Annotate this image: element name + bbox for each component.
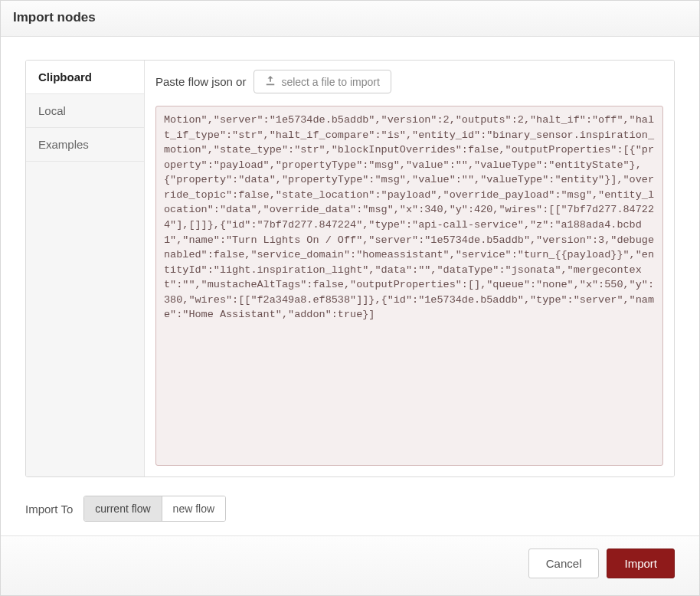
tab-label: Examples [38,138,89,151]
select-file-button[interactable]: select a file to import [254,70,391,93]
dialog-header: Import nodes [1,1,699,37]
tab-label: Clipboard [38,70,92,84]
import-to-current-flow[interactable]: current flow [84,496,161,521]
tab-local[interactable]: Local [26,94,144,128]
dialog-title: Import nodes [13,10,687,25]
upload-icon [265,75,276,88]
source-tabs: Clipboard Local Examples [26,61,145,476]
import-to-label: Import To [25,503,73,516]
tab-clipboard[interactable]: Clipboard [26,61,144,94]
cancel-button[interactable]: Cancel [528,549,600,578]
tab-examples[interactable]: Examples [26,128,144,162]
dialog-body: Clipboard Local Examples Paste flow json… [1,37,699,535]
select-file-label: select a file to import [281,76,379,88]
clipboard-pane: Paste flow json or select a file to impo… [145,61,674,476]
paste-label: Paste flow json or [155,75,246,88]
import-panel: Clipboard Local Examples Paste flow json… [25,60,675,477]
import-to-row: Import To current flow new flow [25,496,675,522]
flow-json-input[interactable] [155,106,663,466]
dialog-footer: Cancel Import [1,535,699,595]
import-nodes-dialog: Import nodes Clipboard Local Examples Pa… [0,0,700,596]
tab-label: Local [38,104,66,117]
paste-row: Paste flow json or select a file to impo… [155,70,663,98]
import-to-toggle: current flow new flow [83,496,226,522]
import-button[interactable]: Import [607,549,675,578]
import-to-new-flow[interactable]: new flow [162,496,225,521]
